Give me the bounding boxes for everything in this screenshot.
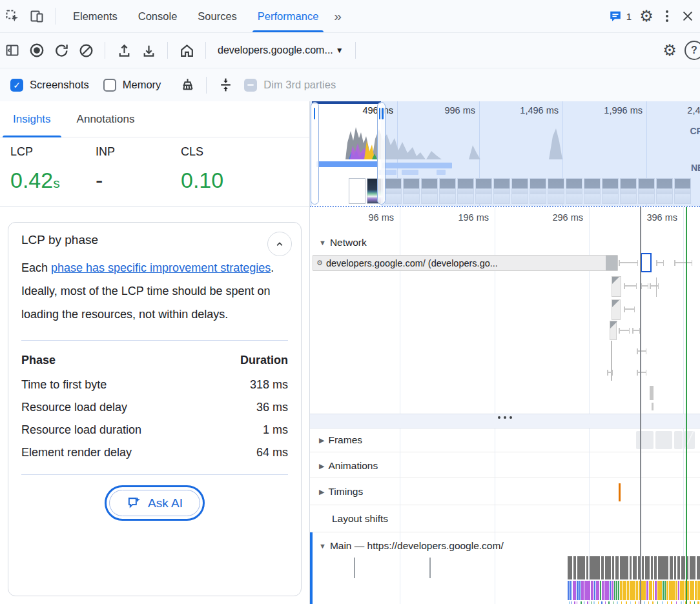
flame-chart-segment[interactable] [627, 581, 629, 600]
flame-chart-segment[interactable] [676, 601, 677, 604]
flame-chart-segment[interactable] [669, 581, 675, 600]
flame-chart-segment[interactable] [658, 556, 668, 579]
flame-chart-segment[interactable] [663, 581, 664, 600]
flame-chart-segment[interactable] [568, 581, 570, 600]
flame-chart-segment[interactable] [569, 601, 570, 604]
issues-icon[interactable] [606, 4, 625, 28]
network-track-header[interactable]: ▼ Network [319, 237, 367, 248]
flame-chart-segment[interactable] [581, 601, 582, 604]
flame-chart-segment[interactable] [657, 581, 662, 600]
timings-track-header[interactable]: ▶ Timings [319, 486, 363, 498]
flame-chart-segment[interactable] [591, 601, 592, 604]
tab-insights[interactable]: Insights [0, 101, 64, 137]
frame-thumbnail[interactable] [674, 431, 683, 449]
flame-chart-segment[interactable] [666, 581, 668, 600]
inspect-element-icon[interactable] [0, 4, 25, 28]
flame-chart-segment[interactable] [594, 581, 595, 600]
flame-chart-segment[interactable] [653, 581, 654, 600]
device-toolbar-icon[interactable] [25, 4, 49, 28]
flame-chart-segment[interactable] [591, 581, 593, 600]
frame-thumbnail[interactable] [636, 431, 654, 449]
flame-chart-segment[interactable] [651, 556, 653, 579]
capture-settings-gear-icon[interactable]: ⚙ [657, 38, 682, 63]
flame-chart-segment[interactable] [623, 581, 626, 600]
flame-chart-segment[interactable] [678, 581, 679, 600]
flame-chart-segment[interactable] [581, 581, 584, 600]
selected-network-request[interactable] [641, 253, 652, 272]
network-request-mark[interactable] [612, 276, 621, 297]
flame-chart-segment[interactable] [636, 581, 638, 600]
timeline-overview[interactable]: 496 ms996 ms1,496 ms1,996 ms2,496 ms CPU… [310, 101, 700, 207]
flame-chart-segment[interactable] [596, 581, 599, 600]
flame-chart-segment[interactable] [620, 556, 628, 579]
flame-chart-segment[interactable] [690, 556, 695, 579]
selection-handle-right[interactable] [377, 102, 386, 205]
network-request-mark[interactable] [656, 277, 657, 297]
network-request-mark[interactable] [652, 403, 654, 410]
flame-chart-segment[interactable] [630, 601, 631, 604]
selection-handle-left[interactable] [311, 102, 319, 205]
flame-chart-segment[interactable] [605, 601, 606, 604]
flame-chart-segment[interactable] [675, 581, 677, 600]
flame-chart-segment[interactable] [570, 581, 571, 600]
collapse-card-button[interactable] [267, 232, 292, 256]
network-request-mark[interactable] [624, 308, 635, 310]
flame-chart-segment[interactable] [695, 581, 697, 600]
network-request-mark[interactable] [607, 372, 613, 373]
history-dropdown[interactable]: developers.google.com... ▼ [212, 45, 349, 56]
tab-sources[interactable]: Sources [187, 0, 247, 32]
flame-chart-segment[interactable] [646, 581, 648, 600]
network-request-mark[interactable] [619, 262, 638, 263]
flame-chart-segment[interactable] [584, 601, 584, 604]
tab-console[interactable]: Console [128, 0, 188, 32]
flame-chart-segment[interactable] [639, 601, 639, 604]
flame-chart-segment[interactable] [620, 581, 622, 600]
timing-marker[interactable] [619, 483, 621, 501]
flame-chart-segment[interactable] [612, 556, 614, 579]
tab-performance[interactable]: Performance [247, 0, 329, 32]
help-icon[interactable]: ? [682, 38, 700, 63]
tab-annotations[interactable]: Annotations [64, 101, 148, 137]
network-request-bar[interactable]: ⚙developers.google.com/ (developers.go..… [313, 255, 618, 271]
flame-chart-segment[interactable] [697, 601, 699, 604]
flame-chart-segment[interactable] [586, 556, 588, 579]
animations-track-header[interactable]: ▶ Animations [319, 460, 378, 472]
flame-chart-segment[interactable] [577, 556, 585, 579]
screenshots-checkbox[interactable]: ✓ [10, 79, 23, 92]
flame-chart-segment[interactable] [697, 581, 700, 600]
flame-chart-segment[interactable] [690, 601, 691, 604]
flame-chart-segment[interactable] [670, 556, 673, 579]
network-request-mark[interactable] [641, 285, 648, 287]
flame-chart-segment[interactable] [584, 581, 590, 600]
flame-chart-segment[interactable] [573, 581, 576, 600]
flame-chart-segment[interactable] [655, 581, 657, 600]
flame-chart-segment[interactable] [674, 556, 676, 579]
flame-chart-segment[interactable] [645, 556, 650, 579]
flame-chart-segment[interactable] [680, 581, 684, 600]
network-request-mark[interactable] [656, 262, 664, 263]
flame-chart-segment[interactable] [612, 581, 613, 600]
flame-chart-segment[interactable] [577, 581, 579, 600]
home-icon[interactable] [174, 38, 199, 63]
flame-chart-segment[interactable] [667, 601, 668, 604]
flame-chart-segment[interactable] [573, 556, 576, 579]
flame-chart-segment[interactable] [626, 601, 627, 604]
clear-icon[interactable] [74, 38, 98, 63]
flame-chart-segment[interactable] [614, 581, 615, 600]
timeline-playhead[interactable] [640, 207, 641, 604]
flame-chart-segment[interactable] [630, 581, 635, 600]
flame-chart-segment[interactable] [657, 601, 658, 604]
network-request-mark[interactable] [624, 285, 637, 287]
collect-garbage-icon[interactable] [175, 73, 200, 97]
flame-chart-segment[interactable] [681, 601, 682, 604]
flame-chart-segment[interactable] [617, 601, 618, 604]
record-icon[interactable] [25, 38, 49, 63]
record-and-reload-icon[interactable] [49, 38, 74, 63]
flame-chart-segment[interactable] [662, 601, 663, 604]
network-request-mark[interactable] [650, 386, 654, 400]
flame-chart-segment[interactable] [600, 581, 601, 600]
flame-chart-segment[interactable] [574, 601, 575, 604]
flame-chart-segment[interactable] [630, 556, 632, 579]
more-tabs-icon[interactable]: » [329, 8, 347, 24]
memory-checkbox[interactable] [103, 79, 116, 92]
